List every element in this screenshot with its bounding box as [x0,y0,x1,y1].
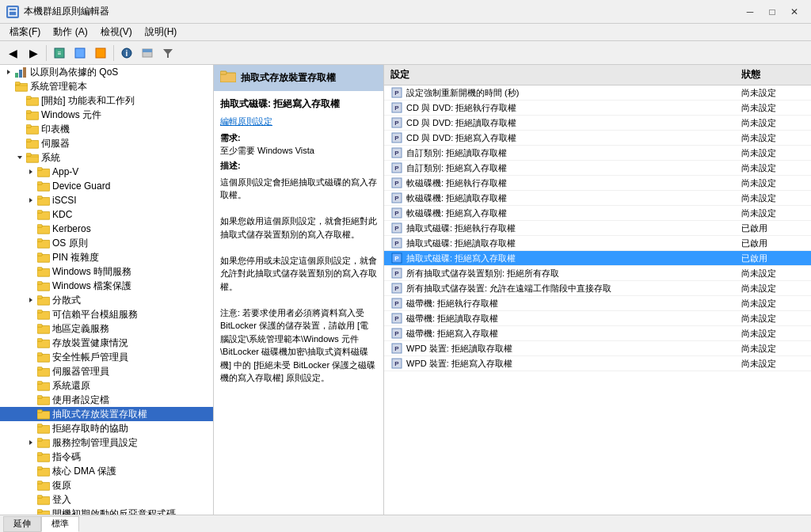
settings-row[interactable]: P軟磁碟機: 拒絕執行存取權尚未設定 [384,176,811,191]
tree-item[interactable]: Windows 元件 [0,108,213,122]
toolbar-btn-6[interactable]: i [117,44,136,63]
settings-row[interactable]: PCD 與 DVD: 拒絕讀取存取權尚未設定 [384,116,811,131]
settings-row[interactable]: PWPD 裝置: 拒絕寫入存取權尚未設定 [384,356,811,371]
edit-policy-link[interactable]: 編輯原則設定 [220,116,272,126]
settings-row[interactable]: PWPD 裝置: 拒絕讀取存取權尚未設定 [384,341,811,356]
expand-icon[interactable] [25,451,36,462]
expand-icon[interactable] [14,152,25,163]
expand-icon[interactable] [25,309,36,320]
minimize-button[interactable]: ─ [740,5,760,19]
tree-item[interactable]: [開始] 功能表和工作列 [0,93,213,108]
toolbar-btn-5[interactable] [91,44,110,63]
close-button[interactable]: ✕ [784,5,805,19]
toolbar-btn-3[interactable]: ≡ [50,44,69,63]
expand-icon[interactable] [25,437,36,448]
expand-icon[interactable] [25,166,36,177]
tree-item[interactable]: 以原則為依據的 QoS [0,65,213,79]
expand-icon[interactable] [14,95,25,106]
expand-icon[interactable] [25,508,36,515]
expand-icon[interactable] [14,124,25,135]
tree-item[interactable]: App-V [0,165,213,179]
expand-icon[interactable] [25,466,36,477]
expand-icon[interactable] [25,280,36,291]
maximize-button[interactable]: □ [762,5,782,19]
tab-extended[interactable]: 延伸 [3,516,41,532]
menu-file[interactable]: 檔案(F) [3,24,47,40]
tab-standard[interactable]: 標準 [41,516,79,532]
tree-item[interactable]: 地區定義服務 [0,321,213,336]
expand-icon[interactable] [3,66,14,78]
tree-item[interactable]: 抽取式存放裝置存取權 [0,407,213,421]
tree-item[interactable]: Windows 檔案保護 [0,279,213,293]
settings-row[interactable]: P自訂類別: 拒絕讀取存取權尚未設定 [384,146,811,161]
settings-row[interactable]: P設定強制重新開機的時間 (秒)尚未設定 [384,86,811,101]
expand-icon[interactable] [14,138,25,149]
expand-icon[interactable] [25,252,36,263]
settings-row[interactable]: P軟磁碟機: 拒絕讀取存取權尚未設定 [384,191,811,206]
expand-icon[interactable] [25,366,36,377]
expand-icon[interactable] [25,195,36,206]
tree-item[interactable]: iSCSI [0,193,213,207]
tree-item[interactable]: 系統管理範本 [0,79,213,93]
toolbar-btn-7[interactable] [138,44,157,63]
settings-row[interactable]: P軟磁碟機: 拒絕寫入存取權尚未設定 [384,206,811,221]
settings-row[interactable]: P抽取式磁碟: 拒絕寫入存取權已啟用 [384,251,811,266]
tree-item[interactable]: 系統還原 [0,378,213,393]
tree-item[interactable]: 安全性帳戶管理員 [0,350,213,364]
expand-icon[interactable] [25,223,36,234]
expand-icon[interactable] [25,394,36,405]
expand-icon[interactable] [25,180,36,192]
tree-item[interactable]: 可信賴平台模組服務 [0,307,213,321]
expand-icon[interactable] [25,380,36,391]
toolbar-btn-4[interactable] [70,44,89,63]
tree-item[interactable]: Kerberos [0,222,213,236]
settings-row[interactable]: P磁帶機: 拒絕執行存取權尚未設定 [384,296,811,311]
tree-item[interactable]: OS 原則 [0,236,213,250]
expand-icon[interactable] [25,494,36,505]
settings-row[interactable]: PCD 與 DVD: 拒絕寫入存取權尚未設定 [384,131,811,146]
tree-item[interactable]: 核心 DMA 保護 [0,464,213,478]
settings-row[interactable]: P抽取式磁碟: 拒絕執行存取權已啟用 [384,221,811,236]
expand-icon[interactable] [25,323,36,334]
expand-icon[interactable] [25,266,36,277]
tree-item[interactable]: 伺服器 [0,136,213,150]
tree-item[interactable]: 開機初期啟動的反惡意程式碼 [0,507,213,515]
tree-item[interactable]: 使用者設定檔 [0,393,213,407]
tree-item[interactable]: 系統 [0,150,213,165]
tree-item[interactable]: 拒絕存取時的協助 [0,421,213,435]
tree-item[interactable]: 分散式 [0,293,213,307]
filter-button[interactable] [158,44,177,63]
settings-row[interactable]: P磁帶機: 拒絕讀取存取權尚未設定 [384,311,811,326]
tree-item[interactable]: 存放裝置健康情況 [0,336,213,350]
settings-row[interactable]: PCD 與 DVD: 拒絕執行存取權尚未設定 [384,101,811,116]
settings-row[interactable]: P自訂類別: 拒絕寫入存取權尚未設定 [384,161,811,176]
settings-row[interactable]: P抽取式磁碟: 拒絕讀取存取權已啟用 [384,236,811,251]
expand-icon[interactable] [25,480,36,491]
expand-icon[interactable] [25,209,36,220]
tree-item[interactable]: PIN 複雜度 [0,250,213,264]
expand-icon[interactable] [25,408,36,420]
expand-icon[interactable] [25,238,36,249]
settings-row[interactable]: P磁帶機: 拒絕寫入存取權尚未設定 [384,326,811,341]
tree-item[interactable]: 伺服器管理員 [0,364,213,378]
expand-icon[interactable] [14,109,25,120]
expand-icon[interactable] [3,81,14,92]
tree-item[interactable]: 服務控制管理員設定 [0,435,213,450]
back-button[interactable]: ◀ [3,44,22,63]
tree-item[interactable]: KDC [0,207,213,222]
expand-icon[interactable] [25,423,36,434]
menu-action[interactable]: 動作 (A) [47,24,93,40]
expand-icon[interactable] [25,337,36,348]
tree-item[interactable]: Windows 時間服務 [0,264,213,279]
expand-icon[interactable] [25,294,36,306]
menu-help[interactable]: 說明(H) [139,24,184,40]
tree-item[interactable]: Device Guard [0,179,213,193]
expand-icon[interactable] [25,352,36,363]
tree-item[interactable]: 復原 [0,478,213,492]
tree-item[interactable]: 印表機 [0,122,213,136]
forward-button[interactable]: ▶ [24,44,43,63]
settings-row[interactable]: P所有抽取式儲存裝置: 允許在遠端工作階段中直接存取尚未設定 [384,281,811,296]
tree-item[interactable]: 登入 [0,492,213,507]
menu-view[interactable]: 檢視(V) [94,24,139,40]
settings-row[interactable]: P所有抽取式儲存裝置類別: 拒絕所有存取尚未設定 [384,266,811,281]
